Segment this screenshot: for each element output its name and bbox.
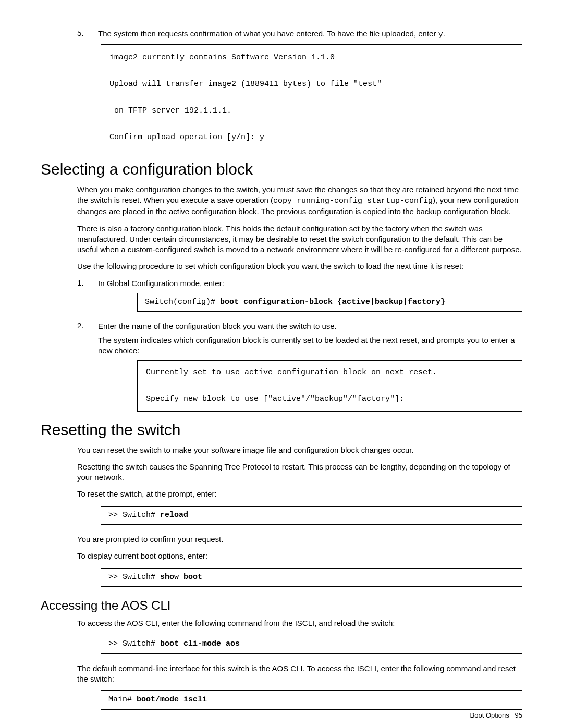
text: The system indicates which configuration… <box>98 335 522 356</box>
list-number: 5. <box>77 29 98 40</box>
code-command: boot/mode iscli <box>137 695 207 704</box>
step-1: 1. In Global Configuration mode, enter: <box>77 278 522 289</box>
section-body: When you make configuration changes to t… <box>77 184 522 412</box>
inline-code: y <box>438 30 443 39</box>
code-block: Currently set to use active configuratio… <box>137 360 522 412</box>
heading-accessing-aos-cli: Accessing the AOS CLI <box>41 598 522 613</box>
code-command: boot cli-mode aos <box>160 639 240 648</box>
paragraph: When you make configuration changes to t… <box>77 184 522 217</box>
code-block: >> Switch# show boot <box>101 568 522 587</box>
footer-page-number: 95 <box>515 711 522 719</box>
code-prompt: >> Switch# <box>108 573 160 582</box>
code-block: Main# boot/mode iscli <box>101 690 522 710</box>
list-number: 2. <box>77 321 98 356</box>
document-page: 5. The system then requests confirmation… <box>0 0 563 728</box>
code-command: reload <box>160 511 188 520</box>
paragraph: You can reset the switch to make your so… <box>77 445 522 455</box>
code-block: image2 currently contains Software Versi… <box>101 44 522 151</box>
paragraph: Resetting the switch causes the Spanning… <box>77 462 522 483</box>
paragraph: You are prompted to confirm your request… <box>77 534 522 545</box>
code-command: show boot <box>160 573 202 582</box>
text: Enter the name of the configuration bloc… <box>98 321 522 331</box>
heading-resetting-switch: Resetting the switch <box>41 421 522 439</box>
code-prompt: >> Switch# <box>108 511 160 520</box>
section-body: To access the AOS CLI, enter the followi… <box>77 618 522 710</box>
list-body: In Global Configuration mode, enter: <box>98 278 522 289</box>
inline-code: copy running-config startup-config <box>273 196 433 205</box>
section-body: You can reset the switch to make your so… <box>77 445 522 587</box>
list-number: 1. <box>77 278 98 289</box>
heading-selecting-config-block: Selecting a configuration block <box>41 161 522 178</box>
paragraph: To display current boot options, enter: <box>77 551 522 561</box>
code-block: >> Switch# boot cli-mode aos <box>101 635 522 654</box>
paragraph: The default command-line interface for t… <box>77 663 522 685</box>
footer-section: Boot Options <box>470 711 509 719</box>
code-prompt: >> Switch# <box>108 639 160 648</box>
paragraph: To access the AOS CLI, enter the followi… <box>77 618 522 628</box>
paragraph: To reset the switch, at the prompt, ente… <box>77 489 522 499</box>
text: The system then requests confirmation of… <box>98 29 438 38</box>
text: . <box>443 29 445 38</box>
code-block: Switch(config)# boot configuration-block… <box>137 293 522 312</box>
page-footer: Boot Options 95 <box>470 711 522 719</box>
code-prompt: Switch(config)# <box>145 298 220 306</box>
code-command: boot configuration-block {active|backup|… <box>220 298 445 306</box>
code-prompt: Main# <box>108 695 137 704</box>
paragraph: There is also a factory configuration bl… <box>77 224 522 255</box>
list-body: Enter the name of the configuration bloc… <box>98 321 522 356</box>
step-2: 2. Enter the name of the configuration b… <box>77 321 522 356</box>
list-body: The system then requests confirmation of… <box>98 29 522 40</box>
paragraph: Use the following procedure to set which… <box>77 261 522 272</box>
step-5: 5. The system then requests confirmation… <box>77 29 522 40</box>
code-block: >> Switch# reload <box>101 506 522 525</box>
